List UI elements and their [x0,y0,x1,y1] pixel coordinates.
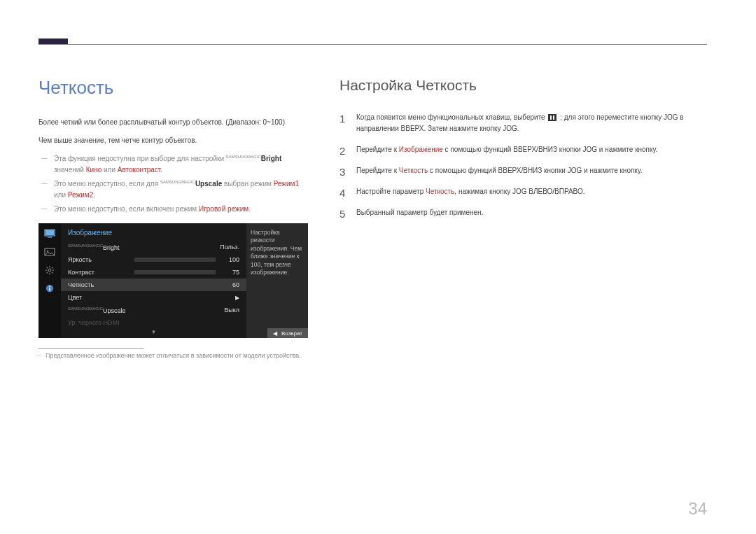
osd-row-hdmi: Ур. черного HDMI [61,316,246,329]
osd-row-upscale: SAMSUNGMAGICUpscale Выкл [61,304,246,316]
svg-line-11 [52,272,53,274]
desc-effect: Чем выше значение, тем четче контур объе… [38,135,308,146]
osd-row-color: Цвет ▶ [61,291,246,304]
caption-rule [38,348,144,349]
svg-point-5 [48,269,51,272]
step-3: Перейдите к Четкость с помощью функций В… [340,165,707,176]
picture-icon [43,247,56,257]
menu-icon [548,114,556,121]
note-bright: Эта функция недоступна при выборе для на… [47,153,308,176]
chevron-left-icon: ◀ [273,330,277,337]
step-2: Перейдите к Изображение с помощью функци… [340,144,707,155]
svg-rect-16 [49,288,50,290]
svg-rect-1 [46,230,54,235]
svg-line-13 [52,267,53,269]
osd-row-brightness: Яркость 100 [61,253,246,266]
note-upscale: Это меню недоступно, если для SAMSUNGMAG… [47,178,308,201]
gear-icon [43,265,56,275]
osd-description: Настройка резкости изображения. Чем ближ… [246,223,308,338]
svg-line-10 [47,267,48,269]
section-title: Четкость [38,77,308,99]
osd-footer: ◀ Возврат [267,328,308,338]
osd-row-contrast: Контраст 75 [61,266,246,279]
chevron-right-icon: ▶ [235,295,239,301]
osd-row-magicbright: SAMSUNGMAGICBright Польз. [61,241,246,253]
setup-title: Настройка Четкость [340,77,707,94]
image-caption: Представленное изображение может отличат… [38,351,308,361]
info-icon [43,283,56,293]
osd-header: Изображение [61,227,246,241]
step-1: Когда появится меню функциональных клави… [340,112,707,134]
note-gamemode: Это меню недоступно, если включен режим … [47,204,308,215]
osd-screenshot: Изображение SAMSUNGMAGICBright Польз. Яр… [38,223,308,338]
monitor-icon [43,229,56,239]
chevron-down-icon: ▼ [61,329,246,338]
header-rule [38,44,707,45]
svg-line-12 [47,272,48,274]
step-5: Выбранный параметр будет применен. [340,207,707,218]
page-number: 34 [688,499,707,519]
desc-range: Более четкий или более расплывчатый конт… [38,117,308,128]
osd-sidebar [38,223,61,338]
step-4: Настройте параметр Четкость, нажимая кно… [340,186,707,197]
header-accent [38,38,68,44]
svg-point-15 [49,286,50,288]
osd-row-sharpness: Четкость 60 [61,279,246,291]
